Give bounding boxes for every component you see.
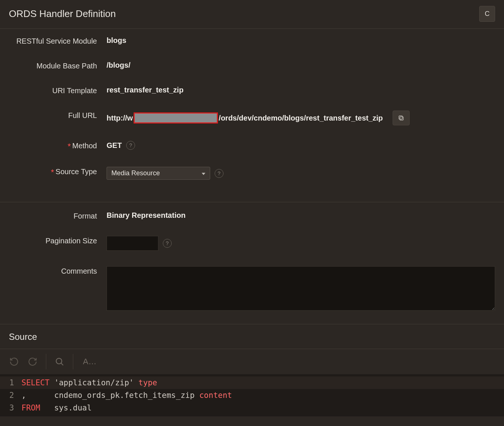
url-prefix: http://w <box>107 114 133 122</box>
label-format: Format <box>9 211 107 220</box>
undo-button[interactable] <box>5 353 23 371</box>
svg-point-2 <box>56 358 62 364</box>
row-full-url: Full URL http://w /ords/dev/cndemo/blogs… <box>9 111 495 125</box>
row-uri-template: URI Template rest_transfer_test_zip <box>9 86 495 95</box>
value-service-module: blogs <box>107 36 126 45</box>
row-format: Format Binary Representation <box>9 211 495 220</box>
code-line-3: 3 FROM sys.dual <box>0 402 504 414</box>
url-redacted-mask <box>134 112 218 124</box>
row-module-base-path: Module Base Path /blogs/ <box>9 61 495 70</box>
help-icon-method[interactable]: ? <box>126 141 135 150</box>
row-method: *Method GET ? <box>9 141 495 151</box>
row-pagination-size: Pagination Size ? <box>9 236 495 251</box>
line-number: 1 <box>0 376 21 389</box>
line-number: 3 <box>0 402 21 414</box>
required-indicator: * <box>51 168 54 177</box>
form-body: RESTful Service Module blogs Module Base… <box>0 29 504 200</box>
row-source-type: *Source Type Media Resource ? <box>9 167 495 180</box>
svg-rect-0 <box>400 117 403 120</box>
value-format: Binary Representation <box>107 211 185 220</box>
label-full-url: Full URL <box>9 111 107 120</box>
label-service-module: RESTful Service Module <box>9 36 107 45</box>
help-icon-source-type[interactable]: ? <box>215 169 224 178</box>
row-comments: Comments <box>9 266 495 311</box>
label-module-base-path: Module Base Path <box>9 61 107 70</box>
redo-icon <box>28 357 37 366</box>
copy-icon <box>397 114 405 122</box>
row-service-module: RESTful Service Module blogs <box>9 36 495 45</box>
input-pagination-size[interactable] <box>107 236 158 251</box>
label-comments: Comments <box>9 266 107 275</box>
value-module-base-path: /blogs/ <box>107 61 130 70</box>
redo-button[interactable] <box>24 353 41 371</box>
source-section-title: Source <box>0 324 504 349</box>
required-indicator: * <box>68 142 71 151</box>
form-body-2: Format Binary Representation Pagination … <box>0 202 504 324</box>
panel-title: ORDS Handler Definition <box>9 8 116 20</box>
url-suffix: /ords/dev/cndemo/blogs/rest_transfer_tes… <box>219 114 383 122</box>
panel-header: ORDS Handler Definition C <box>0 0 504 29</box>
label-method: *Method <box>9 141 107 151</box>
label-uri-template: URI Template <box>9 86 107 95</box>
code-content: FROM sys.dual <box>21 402 92 414</box>
toolbar-divider <box>73 354 73 369</box>
font-size-button[interactable]: A… <box>78 353 102 370</box>
full-url-value: http://w /ords/dev/cndemo/blogs/rest_tra… <box>107 112 383 124</box>
help-icon-pagination-size[interactable]: ? <box>163 239 172 248</box>
line-number: 2 <box>0 389 21 402</box>
code-line-1: 1 SELECT 'application/zip' type <box>0 376 504 389</box>
header-action-button[interactable]: C <box>479 6 495 22</box>
label-source-type: *Source Type <box>9 167 107 177</box>
value-uri-template: rest_transfer_test_zip <box>107 86 184 94</box>
undo-icon <box>9 357 19 366</box>
code-content: SELECT 'application/zip' type <box>21 376 157 389</box>
search-icon <box>55 357 64 366</box>
code-line-2: 2 , cndemo_ords_pk.fetch_items_zip conte… <box>0 389 504 402</box>
search-button[interactable] <box>51 353 68 371</box>
textarea-comments[interactable] <box>107 266 495 311</box>
label-pagination-size: Pagination Size <box>9 236 107 245</box>
copy-url-button[interactable] <box>393 111 410 125</box>
svg-line-3 <box>61 363 63 365</box>
select-source-type[interactable]: Media Resource <box>107 167 210 180</box>
source-toolbar: A… <box>0 349 504 374</box>
value-method: GET <box>107 141 122 150</box>
svg-rect-1 <box>399 116 402 119</box>
code-content: , cndemo_ords_pk.fetch_items_zip content <box>21 389 232 402</box>
toolbar-divider <box>46 354 46 369</box>
code-editor[interactable]: 1 SELECT 'application/zip' type 2 , cnde… <box>0 374 504 416</box>
